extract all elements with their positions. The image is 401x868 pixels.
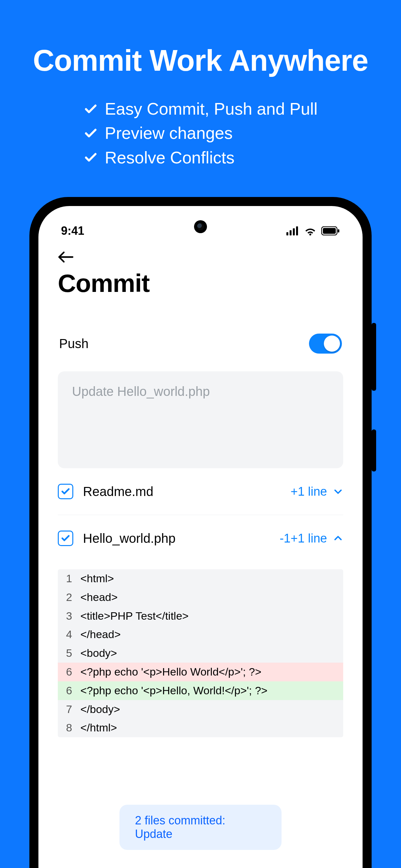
svg-rect-0: [286, 232, 288, 236]
diff-line: 1<html>: [58, 569, 343, 588]
hero-feature-item: Preview changes: [84, 121, 318, 145]
svg-rect-2: [293, 228, 295, 236]
status-time: 9:41: [61, 224, 84, 238]
arrow-left-icon: [58, 251, 74, 264]
diff-line: 4</head>: [58, 625, 343, 644]
diff-line: 6<?php echo '<p>Hello World</p>'; ?>: [58, 662, 343, 681]
chevron-up-icon: [333, 533, 343, 544]
phone-side-button: [372, 430, 376, 471]
diff-code: </html>: [81, 718, 343, 737]
line-number: 6: [58, 681, 81, 700]
file-checkbox[interactable]: [58, 484, 73, 499]
diff-summary: -1+1 line: [280, 531, 327, 546]
diff-code: </body>: [81, 700, 343, 719]
phone-mockup: 9:41 Commit Push: [29, 197, 372, 868]
back-button[interactable]: [58, 247, 77, 267]
svg-rect-6: [338, 229, 339, 232]
line-number: 8: [58, 718, 81, 737]
file-name: Hello_world.php: [83, 531, 176, 546]
svg-rect-5: [323, 228, 336, 234]
diff-code: <title>PHP Test</title>: [81, 607, 343, 625]
file-row[interactable]: Readme.md +1 line: [58, 468, 343, 515]
hero-feature-label: Easy Commit, Push and Pull: [105, 97, 318, 121]
diff-code: <?php echo '<p>Hello World</p>'; ?>: [81, 662, 343, 681]
diff-line: 3<title>PHP Test</title>: [58, 607, 343, 625]
diff-code: <html>: [81, 569, 343, 588]
hero-feature-item: Resolve Conflicts: [84, 146, 318, 170]
push-toggle[interactable]: [309, 334, 342, 353]
wifi-icon: [304, 226, 317, 236]
diff-code: </head>: [81, 625, 343, 644]
line-number: 3: [58, 607, 81, 625]
diff-line: 2<head>: [58, 588, 343, 607]
hero-feature-list: Easy Commit, Push and Pull Preview chang…: [84, 97, 318, 170]
check-icon: [61, 487, 70, 496]
file-name: Readme.md: [83, 485, 153, 499]
line-number: 6: [58, 662, 81, 681]
diff-line: 7</body>: [58, 700, 343, 719]
svg-rect-3: [296, 226, 298, 236]
line-number: 7: [58, 700, 81, 719]
commit-message-placeholder: Update Hello_world.php: [72, 384, 329, 399]
line-number: 5: [58, 644, 81, 662]
diff-code: <head>: [81, 588, 343, 607]
file-checkbox[interactable]: [58, 531, 73, 546]
check-icon: [61, 533, 70, 543]
cellular-icon: [286, 226, 299, 236]
line-number: 1: [58, 569, 81, 588]
hero-feature-item: Easy Commit, Push and Pull: [84, 97, 318, 121]
marketing-hero: Commit Work Anywhere Easy Commit, Push a…: [0, 0, 401, 170]
push-label: Push: [59, 337, 89, 351]
diff-code: <?php echo '<p>Hello, World!</p>'; ?>: [81, 681, 343, 700]
diff-line: 8</html>: [58, 718, 343, 737]
diff-view: 1<html>2<head>3<title>PHP Test</title>4<…: [58, 569, 343, 737]
diff-code: <body>: [81, 644, 343, 662]
camera-cutout: [194, 220, 207, 233]
commit-message-input[interactable]: Update Hello_world.php: [58, 371, 343, 468]
line-number: 2: [58, 588, 81, 607]
toast: 2 files committed: Update: [120, 805, 281, 850]
diff-line: 6<?php echo '<p>Hello, World!</p>'; ?>: [58, 681, 343, 700]
phone-side-button: [372, 323, 376, 391]
file-row[interactable]: Hello_world.php -1+1 line: [58, 515, 343, 562]
battery-icon: [321, 226, 340, 236]
toggle-knob: [324, 336, 340, 352]
check-icon: [84, 126, 98, 141]
hero-feature-label: Resolve Conflicts: [105, 146, 235, 170]
hero-title: Commit Work Anywhere: [0, 43, 401, 78]
diff-summary: +1 line: [290, 485, 327, 499]
line-number: 4: [58, 625, 81, 644]
page-title: Commit: [58, 269, 343, 298]
hero-feature-label: Preview changes: [105, 121, 233, 145]
chevron-down-icon: [333, 486, 343, 497]
check-icon: [84, 102, 98, 116]
check-icon: [84, 151, 98, 165]
svg-rect-1: [289, 230, 291, 236]
diff-line: 5<body>: [58, 644, 343, 662]
